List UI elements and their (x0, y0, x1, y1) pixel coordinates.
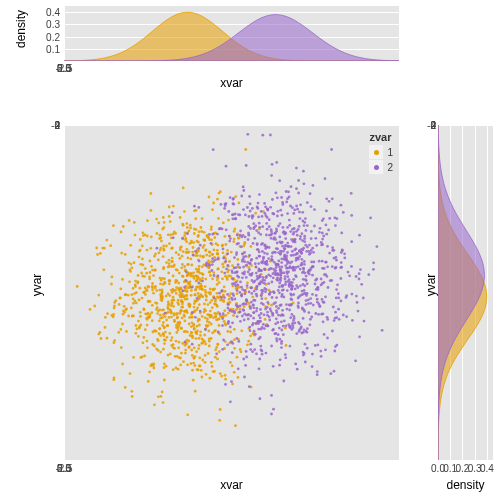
svg-point-1209 (292, 233, 295, 236)
svg-point-1575 (341, 249, 344, 252)
svg-point-192 (183, 265, 186, 268)
legend-title: zvar (369, 131, 393, 143)
svg-point-875 (167, 266, 170, 269)
svg-point-508 (186, 413, 189, 416)
svg-point-599 (106, 337, 109, 340)
svg-point-628 (146, 340, 149, 343)
svg-point-1177 (268, 234, 271, 237)
svg-point-1943 (369, 217, 372, 220)
svg-point-1767 (234, 271, 237, 274)
svg-point-1382 (325, 210, 328, 213)
svg-point-1977 (294, 238, 297, 241)
svg-point-1238 (362, 297, 365, 300)
svg-point-810 (141, 245, 144, 248)
svg-point-1434 (306, 201, 309, 204)
svg-point-1642 (268, 225, 271, 228)
svg-point-739 (159, 314, 162, 317)
svg-point-1351 (237, 284, 240, 287)
svg-point-1452 (330, 279, 333, 282)
svg-point-1040 (296, 208, 299, 211)
svg-point-1696 (228, 240, 231, 243)
svg-point-1835 (290, 294, 293, 297)
svg-point-639 (202, 256, 205, 259)
svg-point-1654 (285, 201, 288, 204)
svg-point-1436 (271, 281, 274, 284)
svg-point-73 (201, 277, 204, 280)
svg-point-888 (223, 286, 226, 289)
svg-point-1108 (272, 408, 275, 411)
svg-point-1621 (261, 292, 264, 295)
svg-point-1448 (323, 273, 326, 276)
svg-point-1710 (326, 337, 329, 340)
svg-point-369 (165, 245, 168, 248)
svg-point-611 (226, 249, 229, 252)
svg-point-1333 (222, 248, 225, 251)
svg-point-1523 (244, 289, 247, 292)
svg-point-659 (137, 335, 140, 338)
svg-point-542 (201, 376, 204, 379)
svg-point-48 (141, 297, 144, 300)
svg-point-850 (163, 326, 166, 329)
svg-point-1133 (286, 226, 289, 229)
svg-point-1704 (261, 215, 264, 218)
svg-point-1052 (319, 350, 322, 353)
svg-point-1883 (280, 342, 283, 345)
svg-point-1945 (259, 320, 262, 323)
svg-point-108 (143, 355, 146, 358)
svg-point-1496 (248, 215, 251, 218)
svg-point-1102 (357, 310, 360, 313)
svg-point-1636 (297, 192, 300, 195)
svg-point-1423 (183, 286, 186, 289)
svg-point-424 (106, 312, 109, 315)
svg-point-294 (179, 216, 182, 219)
svg-point-1409 (259, 397, 262, 400)
svg-point-1540 (265, 234, 268, 237)
svg-point-47 (194, 364, 197, 367)
svg-point-1502 (266, 228, 269, 231)
svg-point-363 (228, 260, 231, 263)
svg-point-399 (144, 267, 147, 270)
svg-point-1647 (295, 253, 298, 256)
svg-point-947 (193, 277, 196, 280)
svg-point-417 (211, 306, 214, 309)
svg-point-1812 (270, 255, 273, 258)
svg-point-1839 (253, 290, 256, 293)
svg-point-520 (190, 349, 193, 352)
svg-point-1093 (276, 215, 279, 218)
svg-point-281 (193, 306, 196, 309)
svg-point-870 (227, 312, 230, 315)
svg-point-1747 (262, 257, 265, 260)
svg-point-1353 (242, 308, 245, 311)
svg-point-1953 (295, 205, 298, 208)
svg-point-373 (119, 328, 122, 331)
svg-point-164 (138, 256, 141, 259)
svg-point-703 (204, 361, 207, 364)
svg-point-1186 (270, 394, 273, 397)
svg-point-1601 (255, 257, 258, 260)
svg-point-900 (214, 300, 217, 303)
svg-point-1566 (301, 308, 304, 311)
svg-point-1975 (241, 276, 244, 279)
svg-point-1719 (235, 281, 238, 284)
svg-point-210 (186, 263, 189, 266)
svg-point-1173 (305, 275, 308, 278)
svg-point-1940 (273, 232, 276, 235)
svg-point-1325 (250, 286, 253, 289)
svg-point-715 (204, 291, 207, 294)
svg-point-1379 (249, 307, 252, 310)
svg-point-1500 (321, 232, 324, 235)
svg-point-1739 (234, 217, 237, 220)
svg-point-1973 (280, 258, 283, 261)
svg-point-1023 (247, 271, 250, 274)
svg-point-560 (208, 271, 211, 274)
svg-point-839 (188, 251, 191, 254)
svg-point-914 (182, 250, 185, 253)
svg-point-1350 (217, 274, 220, 277)
svg-point-1486 (291, 206, 294, 209)
svg-point-942 (177, 346, 180, 349)
svg-point-617 (184, 298, 187, 301)
svg-point-654 (210, 299, 213, 302)
svg-point-687 (198, 272, 201, 275)
svg-point-1537 (213, 297, 216, 300)
svg-point-1166 (242, 208, 245, 211)
